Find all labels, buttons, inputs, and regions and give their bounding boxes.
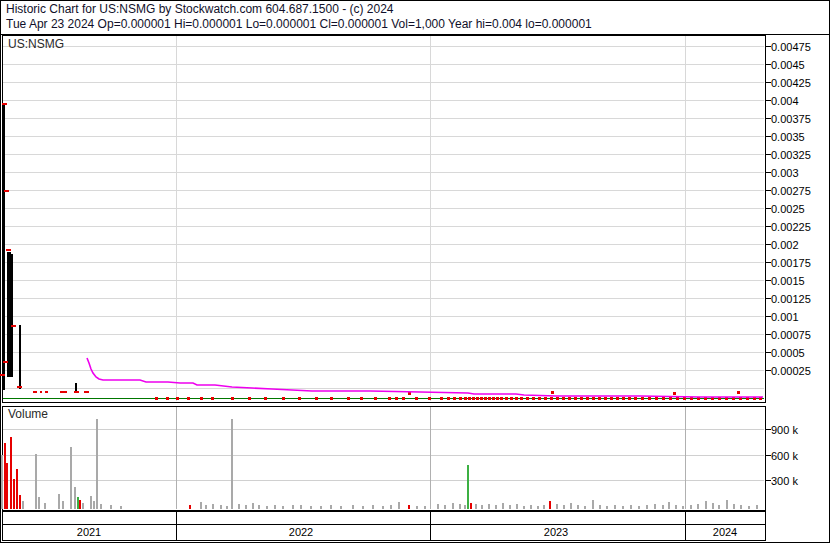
price-close-tick [6, 249, 11, 251]
volume-bar [516, 504, 518, 509]
volume-bar [205, 505, 207, 509]
volume-bar [452, 503, 454, 509]
price-axis-label: 0.00175 [771, 257, 811, 269]
price-axis-label: 0.0025 [771, 203, 805, 215]
volume-bar [584, 506, 586, 509]
price-floor-dot [480, 397, 483, 400]
volume-bar [110, 505, 112, 509]
volume-bar [362, 506, 364, 509]
volume-axis-label: 600 k [771, 450, 798, 462]
price-floor-dot [187, 397, 190, 400]
symbol-label: US:NSMG [8, 37, 64, 51]
price-floor-dot [453, 397, 456, 400]
price-close-tick [17, 386, 22, 388]
price-floor-dot [628, 397, 631, 400]
volume-bar [630, 505, 632, 509]
price-floor-dot [616, 397, 619, 400]
volume-bar [13, 479, 15, 509]
price-floor-dot [248, 397, 251, 400]
price-close-tick [4, 190, 9, 192]
volume-bar [475, 504, 477, 509]
price-floor-dot [211, 397, 214, 400]
volume-bar [340, 506, 342, 509]
price-floor-dot [505, 397, 508, 400]
volume-bar [662, 505, 664, 509]
volume-bar [614, 505, 616, 509]
price-floor-dot [282, 397, 285, 400]
volume-bar [231, 419, 233, 509]
volume-bar [372, 505, 374, 509]
volume-bar [330, 505, 332, 509]
price-axis-label: 0.00375 [771, 113, 811, 125]
volume-bar [523, 506, 525, 509]
volume-bar [464, 505, 466, 509]
volume-bar [682, 506, 684, 509]
year-label: 2023 [544, 526, 568, 538]
price-low-dash [45, 391, 48, 393]
price-floor-dot [459, 397, 462, 400]
price-floor-dot [200, 397, 203, 400]
price-floor-dot [634, 397, 637, 400]
xaxis-row2-border [3, 525, 766, 541]
price-floor-dot [526, 397, 529, 400]
price-axis-label: 0.003 [771, 167, 799, 179]
price-axis-label: 0.0015 [771, 275, 805, 287]
volume-bar [712, 503, 714, 509]
volume-bar [200, 502, 202, 509]
price-floor-dot [520, 397, 523, 400]
volume-bar [1, 455, 3, 509]
price-hilo-bar [9, 252, 11, 377]
price-floor-dot [484, 397, 487, 400]
volume-bar [19, 495, 21, 509]
price-axis-label: 0.0005 [771, 347, 805, 359]
price-floor-dot [476, 397, 479, 400]
price-floor-dot [574, 397, 577, 400]
volume-bar [654, 504, 656, 509]
volume-bar [4, 443, 6, 509]
price-axis-label: 0.0045 [771, 59, 805, 71]
price-low-dash [40, 391, 42, 393]
price-floor-dot [550, 397, 553, 400]
volume-bar [282, 506, 284, 509]
price-floor-dot [488, 397, 491, 400]
volume-bar [756, 505, 758, 509]
xaxis-row1-border [3, 512, 766, 525]
volume-bar [675, 505, 677, 509]
price-floor-dot [315, 397, 318, 400]
year-label: 2024 [713, 526, 737, 538]
price-hilo-bar [75, 383, 77, 391]
price-axis-label: 0.00325 [771, 149, 811, 161]
price-floor-dot [510, 397, 513, 400]
volume-bar [189, 505, 191, 509]
chart-canvas [0, 0, 830, 543]
volume-bar [82, 503, 84, 509]
volume-bar [22, 501, 24, 509]
volume-bar [549, 501, 551, 509]
price-floor-dot [515, 397, 518, 400]
volume-bar [58, 494, 60, 509]
price-low-dash [33, 391, 37, 393]
price-axis-label: 0.00025 [771, 365, 811, 377]
volume-bar [74, 487, 76, 509]
price-floor-dot [496, 397, 499, 400]
volume-pane-label: Volume [8, 407, 48, 421]
price-floor-dot [592, 397, 595, 400]
volume-bar [537, 506, 539, 509]
price-axis-label: 0.004 [771, 95, 799, 107]
volume-bar [437, 504, 439, 509]
price-floor-dot [428, 397, 431, 400]
price-low-dash [74, 391, 79, 393]
volume-bar [320, 506, 322, 509]
price-floor-dot [568, 397, 571, 400]
price-hilo-bar [11, 254, 13, 377]
year-label: 2022 [289, 526, 313, 538]
price-floor-dot [544, 397, 547, 400]
price-axis-label: 0.002 [771, 239, 799, 251]
price-floor-dot [347, 397, 350, 400]
volume-bar [690, 505, 692, 509]
volume-bar [300, 505, 302, 509]
price-floor-dot [662, 397, 665, 400]
price-floor-dot [166, 397, 169, 400]
volume-bar [530, 505, 532, 509]
price-floor-dot [586, 397, 589, 400]
